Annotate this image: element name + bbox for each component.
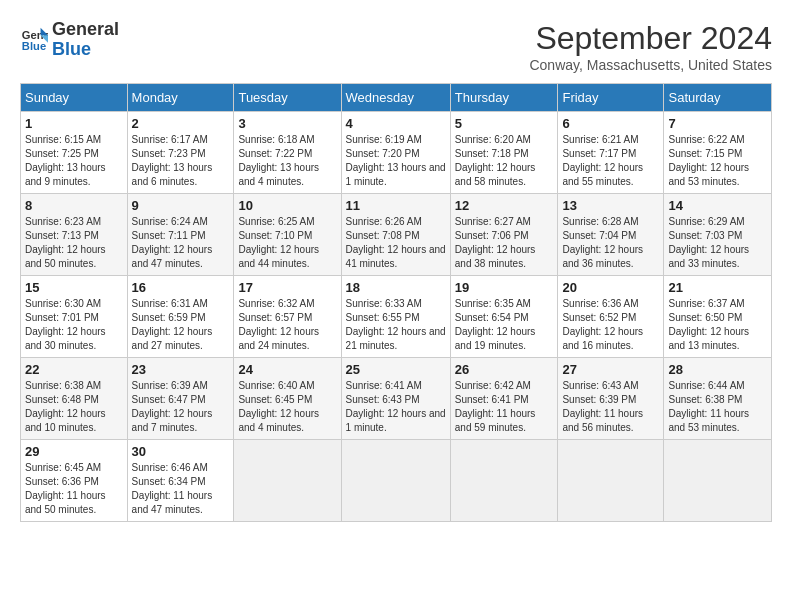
day-number: 4 — [346, 116, 446, 131]
day-number: 30 — [132, 444, 230, 459]
day-number: 28 — [668, 362, 767, 377]
calendar-cell: 21Sunrise: 6:37 AM Sunset: 6:50 PM Dayli… — [664, 276, 772, 358]
header-saturday: Saturday — [664, 84, 772, 112]
calendar-cell: 18Sunrise: 6:33 AM Sunset: 6:55 PM Dayli… — [341, 276, 450, 358]
day-number: 16 — [132, 280, 230, 295]
header-friday: Friday — [558, 84, 664, 112]
month-title: September 2024 — [529, 20, 772, 57]
day-info: Sunrise: 6:17 AM Sunset: 7:23 PM Dayligh… — [132, 133, 230, 189]
calendar-cell: 20Sunrise: 6:36 AM Sunset: 6:52 PM Dayli… — [558, 276, 664, 358]
day-info: Sunrise: 6:44 AM Sunset: 6:38 PM Dayligh… — [668, 379, 767, 435]
calendar-cell: 13Sunrise: 6:28 AM Sunset: 7:04 PM Dayli… — [558, 194, 664, 276]
day-info: Sunrise: 6:25 AM Sunset: 7:10 PM Dayligh… — [238, 215, 336, 271]
calendar-cell — [341, 440, 450, 522]
day-info: Sunrise: 6:42 AM Sunset: 6:41 PM Dayligh… — [455, 379, 554, 435]
calendar-cell: 23Sunrise: 6:39 AM Sunset: 6:47 PM Dayli… — [127, 358, 234, 440]
calendar-cell: 29Sunrise: 6:45 AM Sunset: 6:36 PM Dayli… — [21, 440, 128, 522]
day-number: 18 — [346, 280, 446, 295]
day-number: 11 — [346, 198, 446, 213]
header-sunday: Sunday — [21, 84, 128, 112]
calendar-cell: 2Sunrise: 6:17 AM Sunset: 7:23 PM Daylig… — [127, 112, 234, 194]
calendar-cell: 12Sunrise: 6:27 AM Sunset: 7:06 PM Dayli… — [450, 194, 558, 276]
calendar-cell — [234, 440, 341, 522]
page-header: General Blue General Blue September 2024… — [20, 20, 772, 73]
day-number: 22 — [25, 362, 123, 377]
logo-icon: General Blue — [20, 26, 48, 54]
day-number: 19 — [455, 280, 554, 295]
week-row-5: 29Sunrise: 6:45 AM Sunset: 6:36 PM Dayli… — [21, 440, 772, 522]
day-number: 24 — [238, 362, 336, 377]
day-info: Sunrise: 6:28 AM Sunset: 7:04 PM Dayligh… — [562, 215, 659, 271]
calendar-cell: 27Sunrise: 6:43 AM Sunset: 6:39 PM Dayli… — [558, 358, 664, 440]
day-number: 13 — [562, 198, 659, 213]
day-number: 14 — [668, 198, 767, 213]
logo-text-general: General — [52, 20, 119, 40]
day-number: 3 — [238, 116, 336, 131]
day-info: Sunrise: 6:29 AM Sunset: 7:03 PM Dayligh… — [668, 215, 767, 271]
calendar-cell: 1Sunrise: 6:15 AM Sunset: 7:25 PM Daylig… — [21, 112, 128, 194]
calendar-cell — [450, 440, 558, 522]
day-number: 12 — [455, 198, 554, 213]
day-info: Sunrise: 6:38 AM Sunset: 6:48 PM Dayligh… — [25, 379, 123, 435]
day-number: 25 — [346, 362, 446, 377]
day-info: Sunrise: 6:39 AM Sunset: 6:47 PM Dayligh… — [132, 379, 230, 435]
calendar-cell: 30Sunrise: 6:46 AM Sunset: 6:34 PM Dayli… — [127, 440, 234, 522]
day-number: 6 — [562, 116, 659, 131]
day-number: 2 — [132, 116, 230, 131]
week-row-3: 15Sunrise: 6:30 AM Sunset: 7:01 PM Dayli… — [21, 276, 772, 358]
day-info: Sunrise: 6:40 AM Sunset: 6:45 PM Dayligh… — [238, 379, 336, 435]
calendar-cell — [664, 440, 772, 522]
calendar-header-row: SundayMondayTuesdayWednesdayThursdayFrid… — [21, 84, 772, 112]
day-info: Sunrise: 6:19 AM Sunset: 7:20 PM Dayligh… — [346, 133, 446, 189]
day-number: 27 — [562, 362, 659, 377]
day-number: 8 — [25, 198, 123, 213]
day-info: Sunrise: 6:45 AM Sunset: 6:36 PM Dayligh… — [25, 461, 123, 517]
day-info: Sunrise: 6:23 AM Sunset: 7:13 PM Dayligh… — [25, 215, 123, 271]
calendar-cell: 19Sunrise: 6:35 AM Sunset: 6:54 PM Dayli… — [450, 276, 558, 358]
header-wednesday: Wednesday — [341, 84, 450, 112]
day-number: 29 — [25, 444, 123, 459]
day-number: 7 — [668, 116, 767, 131]
svg-text:Blue: Blue — [22, 40, 46, 52]
day-number: 15 — [25, 280, 123, 295]
day-info: Sunrise: 6:26 AM Sunset: 7:08 PM Dayligh… — [346, 215, 446, 271]
calendar-cell: 9Sunrise: 6:24 AM Sunset: 7:11 PM Daylig… — [127, 194, 234, 276]
day-number: 26 — [455, 362, 554, 377]
header-monday: Monday — [127, 84, 234, 112]
day-info: Sunrise: 6:22 AM Sunset: 7:15 PM Dayligh… — [668, 133, 767, 189]
calendar-cell: 14Sunrise: 6:29 AM Sunset: 7:03 PM Dayli… — [664, 194, 772, 276]
title-section: September 2024 Conway, Massachusetts, Un… — [529, 20, 772, 73]
calendar-table: SundayMondayTuesdayWednesdayThursdayFrid… — [20, 83, 772, 522]
day-number: 17 — [238, 280, 336, 295]
calendar-cell: 5Sunrise: 6:20 AM Sunset: 7:18 PM Daylig… — [450, 112, 558, 194]
calendar-cell: 8Sunrise: 6:23 AM Sunset: 7:13 PM Daylig… — [21, 194, 128, 276]
calendar-cell: 6Sunrise: 6:21 AM Sunset: 7:17 PM Daylig… — [558, 112, 664, 194]
day-number: 9 — [132, 198, 230, 213]
day-info: Sunrise: 6:15 AM Sunset: 7:25 PM Dayligh… — [25, 133, 123, 189]
week-row-2: 8Sunrise: 6:23 AM Sunset: 7:13 PM Daylig… — [21, 194, 772, 276]
day-info: Sunrise: 6:20 AM Sunset: 7:18 PM Dayligh… — [455, 133, 554, 189]
calendar-cell: 10Sunrise: 6:25 AM Sunset: 7:10 PM Dayli… — [234, 194, 341, 276]
day-info: Sunrise: 6:36 AM Sunset: 6:52 PM Dayligh… — [562, 297, 659, 353]
day-info: Sunrise: 6:46 AM Sunset: 6:34 PM Dayligh… — [132, 461, 230, 517]
calendar-cell: 28Sunrise: 6:44 AM Sunset: 6:38 PM Dayli… — [664, 358, 772, 440]
calendar-cell: 25Sunrise: 6:41 AM Sunset: 6:43 PM Dayli… — [341, 358, 450, 440]
day-info: Sunrise: 6:37 AM Sunset: 6:50 PM Dayligh… — [668, 297, 767, 353]
calendar-cell: 11Sunrise: 6:26 AM Sunset: 7:08 PM Dayli… — [341, 194, 450, 276]
calendar-cell: 4Sunrise: 6:19 AM Sunset: 7:20 PM Daylig… — [341, 112, 450, 194]
day-info: Sunrise: 6:18 AM Sunset: 7:22 PM Dayligh… — [238, 133, 336, 189]
day-number: 1 — [25, 116, 123, 131]
day-info: Sunrise: 6:41 AM Sunset: 6:43 PM Dayligh… — [346, 379, 446, 435]
day-info: Sunrise: 6:30 AM Sunset: 7:01 PM Dayligh… — [25, 297, 123, 353]
calendar-cell: 16Sunrise: 6:31 AM Sunset: 6:59 PM Dayli… — [127, 276, 234, 358]
day-info: Sunrise: 6:43 AM Sunset: 6:39 PM Dayligh… — [562, 379, 659, 435]
calendar-cell: 17Sunrise: 6:32 AM Sunset: 6:57 PM Dayli… — [234, 276, 341, 358]
logo-text-blue: Blue — [52, 40, 119, 60]
calendar-cell: 22Sunrise: 6:38 AM Sunset: 6:48 PM Dayli… — [21, 358, 128, 440]
calendar-cell — [558, 440, 664, 522]
day-number: 5 — [455, 116, 554, 131]
day-info: Sunrise: 6:27 AM Sunset: 7:06 PM Dayligh… — [455, 215, 554, 271]
day-number: 20 — [562, 280, 659, 295]
day-info: Sunrise: 6:33 AM Sunset: 6:55 PM Dayligh… — [346, 297, 446, 353]
header-tuesday: Tuesday — [234, 84, 341, 112]
